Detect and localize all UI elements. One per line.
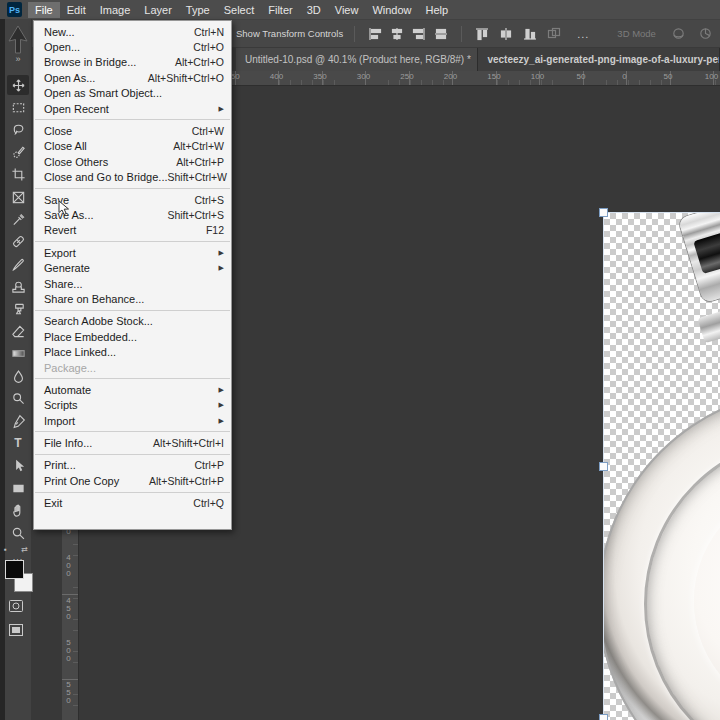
auto-align-layers-icon[interactable] [545, 26, 563, 42]
rectangle-tool[interactable] [7, 478, 29, 498]
menu-item-import[interactable]: Import▶ [34, 413, 231, 428]
crop-tool[interactable] [7, 165, 29, 185]
document-canvas[interactable] [604, 213, 720, 720]
menu-item-automate[interactable]: Automate▶ [34, 382, 231, 397]
submenu-arrow-icon: ▶ [219, 401, 224, 409]
menu-item-file-info[interactable]: File Info...Alt+Shift+Ctrl+I [34, 435, 231, 450]
screen-mode-icon[interactable] [4, 622, 28, 638]
menu-item-label: Import [44, 415, 213, 427]
eyedropper-tool[interactable] [7, 209, 29, 229]
document-tab-1[interactable]: Untitled-10.psd @ 40.1% (Product here, R… [236, 48, 478, 71]
show-transform-controls-label[interactable]: Show Transform Controls [236, 28, 343, 39]
move-tool[interactable] [7, 75, 29, 95]
menu-item-export[interactable]: Export▶ [34, 245, 231, 260]
submenu-arrow-icon: ▶ [219, 105, 224, 113]
menu-item-print[interactable]: Print...Ctrl+P [34, 458, 231, 473]
ruler-h-label: 200 [444, 72, 457, 81]
menu-item-print-one-copy[interactable]: Print One CopyAlt+Shift+Ctrl+P [34, 473, 231, 488]
3d-mode-icons-group [670, 26, 720, 42]
foreground-color-swatch[interactable] [5, 560, 24, 579]
roll-3d-camera-icon[interactable] [697, 26, 715, 42]
dodge-tool[interactable] [7, 389, 29, 409]
submenu-arrow-icon: ▶ [219, 417, 224, 425]
menu-item-share[interactable]: Share... [34, 276, 231, 291]
menu-item-close-and-go-to-bridge[interactable]: Close and Go to Bridge...Shift+Ctrl+W [34, 170, 231, 185]
tools-panel: » T... [5, 19, 32, 720]
menubar-item-type[interactable]: Type [179, 2, 217, 18]
menu-item-close[interactable]: CloseCtrl+W [34, 123, 231, 138]
menubar-item-view[interactable]: View [328, 2, 366, 18]
ruler-h-label: 100 [705, 72, 718, 81]
align-left-edges-icon[interactable] [366, 26, 384, 42]
clone-stamp-tool[interactable] [7, 277, 29, 297]
pen-tool[interactable] [7, 411, 29, 431]
menu-item-close-others[interactable]: Close OthersAlt+Ctrl+P [34, 154, 231, 169]
menu-item-search-adobe-stock[interactable]: Search Adobe Stock... [34, 314, 231, 329]
menu-item-share-on-behance[interactable]: Share on Behance... [34, 291, 231, 306]
bottle-cap-image [678, 213, 720, 303]
path-selection-tool[interactable] [7, 456, 29, 476]
menu-item-label: Share... [44, 278, 224, 290]
quick-mask-icon[interactable] [4, 598, 28, 614]
menu-item-shortcut: Ctrl+Q [193, 497, 224, 509]
menu-item-open-recent[interactable]: Open Recent▶ [34, 101, 231, 116]
eraser-tool[interactable] [7, 321, 29, 341]
menu-item-open[interactable]: Open...Ctrl+O [34, 39, 231, 54]
menubar-item-filter[interactable]: Filter [261, 2, 299, 18]
menubar-item-edit[interactable]: Edit [60, 2, 93, 18]
menubar-item-window[interactable]: Window [365, 2, 418, 18]
menubar-item-file[interactable]: File [28, 2, 60, 18]
menu-item-new[interactable]: New...Ctrl+N [34, 24, 231, 39]
distribute-bottom-edges-icon[interactable] [521, 26, 539, 42]
document-tab-2[interactable]: vecteezy_ai-generated-png-image-of-a-lux… [478, 48, 720, 71]
orbit-3d-camera-icon[interactable] [670, 26, 688, 42]
brush-tool[interactable] [7, 254, 29, 274]
swap-colors-icon[interactable]: ⇄ [21, 545, 28, 557]
rectangular-marquee-tool[interactable] [7, 97, 29, 117]
menu-item-scripts[interactable]: Scripts▶ [34, 398, 231, 413]
menu-item-close-all[interactable]: Close AllAlt+Ctrl+W [34, 139, 231, 154]
menu-item-generate[interactable]: Generate▶ [34, 260, 231, 275]
menu-item-place-embedded[interactable]: Place Embedded... [34, 329, 231, 344]
menu-item-open-as-smart-object[interactable]: Open as Smart Object... [34, 86, 231, 101]
history-brush-tool[interactable] [7, 299, 29, 319]
default-colors-icon[interactable]: ▪ [4, 545, 7, 557]
spot-healing-brush-tool[interactable] [7, 232, 29, 252]
tab-title: Untitled-10.psd @ 40.1% (Product here, R… [245, 54, 471, 65]
menu-item-label: Generate [44, 262, 213, 274]
lasso-tool[interactable] [7, 120, 29, 140]
quick-selection-tool[interactable] [7, 142, 29, 162]
menu-item-shortcut: Ctrl+W [192, 125, 224, 137]
menu-item-shortcut: Shift+Ctrl+W [168, 171, 228, 183]
menu-item-browse-in-bridge[interactable]: Browse in Bridge...Alt+Ctrl+O [34, 55, 231, 70]
distribute-horizontal-centers-icon[interactable] [497, 26, 515, 42]
more-options-icon[interactable]: ... [577, 28, 589, 40]
menubar-item-image[interactable]: Image [93, 2, 138, 18]
slice-tool[interactable] [7, 187, 29, 207]
menu-item-revert[interactable]: RevertF12 [34, 223, 231, 238]
gradient-tool[interactable] [7, 344, 29, 364]
menubar-item-layer[interactable]: Layer [137, 2, 179, 18]
align-vertical-centers-icon[interactable] [432, 26, 450, 42]
align-right-edges-icon[interactable] [410, 26, 428, 42]
3d-mode-label: 3D Mode [617, 28, 656, 39]
selection-handle-middle-left[interactable] [599, 462, 608, 471]
bottle-cap-dark-band [693, 213, 720, 274]
menu-item-label: Print One Copy [44, 475, 149, 487]
menu-item-place-linked[interactable]: Place Linked... [34, 344, 231, 359]
align-top-edges-icon[interactable] [473, 26, 491, 42]
align-horizontal-centers-icon[interactable] [388, 26, 406, 42]
hand-tool[interactable] [7, 501, 29, 521]
menubar-item-select[interactable]: Select [217, 2, 262, 18]
zoom-tool[interactable] [7, 523, 29, 543]
menubar-item-help[interactable]: Help [419, 2, 456, 18]
menu-item-label: Close and Go to Bridge... [44, 171, 168, 183]
selection-border-top[interactable] [603, 212, 720, 213]
type-tool[interactable]: T [7, 433, 29, 453]
menu-item-open-as[interactable]: Open As...Alt+Shift+Ctrl+O [34, 70, 231, 85]
blur-tool[interactable] [7, 366, 29, 386]
selection-handle-top-left[interactable] [599, 208, 608, 217]
selection-handle-bottom-left[interactable] [599, 714, 608, 720]
menubar-item-3d[interactable]: 3D [300, 2, 328, 18]
menu-item-exit[interactable]: ExitCtrl+Q [34, 496, 231, 511]
